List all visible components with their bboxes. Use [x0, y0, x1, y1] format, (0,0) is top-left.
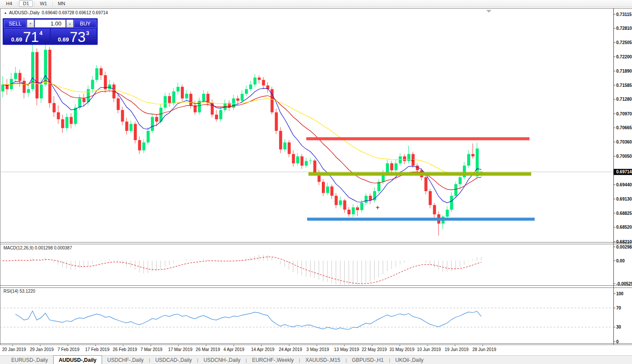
candle-body [117, 99, 120, 110]
candle-body [279, 131, 282, 150]
candle-body [31, 52, 34, 89]
price-tick-label: 0.72200 [616, 54, 632, 59]
buy-price-box[interactable]: 0.69733 [51, 29, 96, 44]
hline-pivot[interactable] [308, 172, 531, 176]
candle-body [125, 121, 128, 131]
current-price-tag-label: 0.69714 [616, 169, 632, 174]
chart-window[interactable]: 0.731150.728100.725050.722000.718900.715… [0, 7, 632, 355]
price-tick-label: 0.69130 [616, 197, 632, 201]
candle-body [433, 205, 436, 214]
price-tick-label: 0.73115 [616, 12, 632, 17]
tab-eurchf-weekly[interactable]: EURCHF-,Weekly [247, 356, 299, 364]
rsi-tick-label: 30 [616, 325, 622, 329]
candle-body [142, 143, 145, 150]
chevron-up-icon: ▲ [69, 22, 71, 25]
tab-usdchf-daily[interactable]: USDCHF-,Daily [102, 356, 149, 364]
price-tick-label: 0.70360 [616, 140, 632, 144]
candle-body [236, 99, 239, 101]
price-tick-label: 0.71280 [616, 97, 632, 102]
sell-button[interactable]: SELL [4, 19, 26, 28]
date-tick-label: 4 Apr 2019 [224, 347, 245, 352]
tab-eurusd-daily[interactable]: EURUSD-,Daily [6, 356, 53, 364]
candle-body [301, 156, 304, 166]
candle-body [168, 96, 171, 103]
candle-body [283, 143, 286, 150]
candle-body [352, 208, 355, 214]
date-tick-label: 24 Apr 2019 [279, 347, 302, 352]
price-tick-label: 0.72505 [616, 40, 632, 45]
candle-body [215, 115, 218, 119]
timeframe-button-w1[interactable]: W1 [36, 0, 51, 7]
candle-body [61, 119, 64, 128]
candle-body [249, 84, 252, 89]
candle-body [74, 108, 77, 124]
macd-label: MACD(12,26,9) 0.001298 0.000387 [3, 246, 72, 250]
candle-body [313, 160, 316, 172]
candle-body [326, 186, 329, 193]
price-tick-label: 0.69440 [616, 182, 632, 187]
date-tick-label: 7 Feb 2019 [58, 347, 80, 352]
chart-ohlc-label: 0.69640 0.69728 0.69612 0.69714 [42, 10, 108, 15]
candle-body [288, 143, 291, 154]
candle-body [365, 196, 368, 203]
price-tick-label: 0.68520 [616, 225, 632, 230]
chart-background [0, 7, 632, 355]
sell-price-box[interactable]: 0.69714 [4, 29, 50, 44]
chart-title: ▲ AUDUSD-,Daily 0.69640 0.69728 0.69612 … [4, 10, 108, 15]
candle-body [450, 196, 453, 210]
candle-body [467, 154, 470, 166]
price-tick-label: 0.71890 [616, 69, 632, 73]
date-tick-label: 22 May 2019 [362, 347, 387, 352]
candle-body [429, 191, 432, 205]
candle-body [330, 186, 334, 195]
candle-body [459, 177, 462, 184]
candle-body [339, 201, 342, 205]
date-tick-label: 19 Jun 2019 [445, 347, 468, 352]
tab-usdcnh-daily[interactable]: USDCNH-,Daily [198, 356, 245, 364]
timeframe-button-d1[interactable]: D1 [19, 0, 33, 7]
price-tick-label: 0.70970 [616, 112, 632, 116]
date-tick-label: 17 Feb 2019 [85, 347, 110, 352]
toolbar-separator [17, 1, 18, 6]
price-tick-label: 0.71585 [616, 83, 632, 88]
candle-body [172, 92, 175, 103]
tab-usdcad-daily[interactable]: USDCAD-,Daily [150, 356, 197, 364]
candle-body [189, 94, 192, 105]
timeframe-button-h4[interactable]: H4 [2, 0, 16, 7]
price-tick-label: 0.72810 [616, 26, 632, 31]
candle-body [138, 140, 141, 150]
macd-tick-label: -0.005256 [616, 281, 632, 286]
volume-input[interactable]: 1.00 [35, 19, 66, 28]
tab-audusd-daily[interactable]: AUDUSD-,Daily [53, 355, 102, 364]
timeframe-button-mn[interactable]: MN [54, 0, 69, 7]
buy-price-pip: 3 [86, 30, 89, 36]
candle-body [1, 84, 4, 91]
tab-gbpusd-h1[interactable]: GBPUSD-,H1 [347, 356, 389, 364]
tab-ukoil-daily[interactable]: UKOil-,Daily [390, 356, 429, 364]
buy-button[interactable]: BUY [74, 19, 96, 28]
tab-xauusd-m15[interactable]: XAUUSD-,M15 [300, 356, 346, 364]
timeframe-toolbar: H4D1W1MN [0, 0, 632, 7]
candle-body [454, 184, 457, 196]
candle-body [262, 80, 265, 86]
candle-body [446, 210, 449, 217]
price-tick-label: 0.68210 [616, 239, 632, 244]
volume-increase-button[interactable]: ▲ [66, 19, 74, 28]
toolbar-separator [34, 1, 35, 6]
candle-body [395, 163, 398, 170]
chart-tab-bar: EURUSD-,DailyAUDUSD-,DailyUSDCHF-,Daily|… [0, 355, 632, 364]
candle-body [129, 124, 132, 131]
rsi-label: RSI(14) 53.1220 [3, 289, 35, 294]
candle-body [87, 89, 90, 102]
candle-body [147, 131, 150, 143]
chart-symbol-label: AUDUSD-,Daily [9, 10, 40, 15]
candle-body [347, 210, 350, 214]
hline-support[interactable] [307, 217, 535, 220]
date-tick-label: 20 Jan 2019 [2, 347, 26, 352]
volume-decrease-button[interactable]: ▼ [27, 19, 34, 28]
hline-resistance[interactable] [306, 137, 529, 140]
candle-body [403, 156, 406, 161]
collapse-triangle-icon[interactable]: ▲ [4, 11, 7, 14]
candle-body [322, 182, 325, 193]
rsi-tick-label: 70 [616, 306, 622, 310]
